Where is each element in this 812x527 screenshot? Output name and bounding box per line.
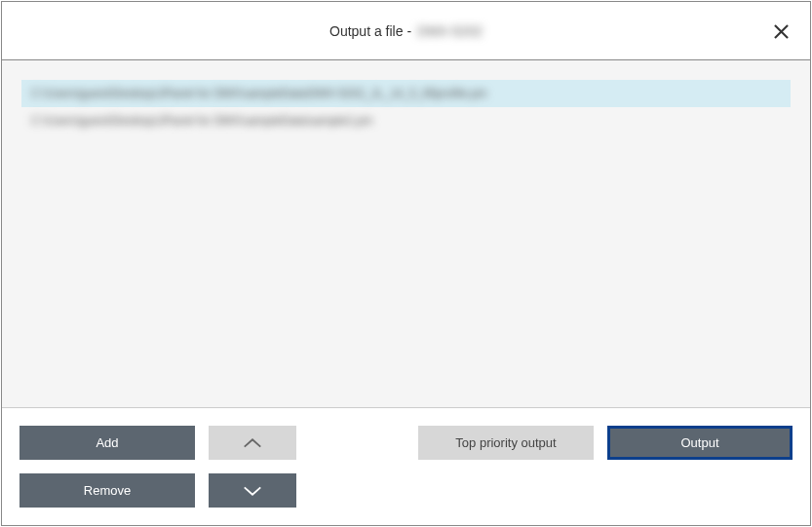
output-button-highlight: Output [607,426,793,460]
top-priority-label: Top priority output [455,435,556,450]
title-prefix: Output a file - [329,23,411,39]
titlebar: Output a file - DMX-5202 [2,2,810,60]
list-item-path: C:\Users\guest\Desktop\JPanel for DMX\sa… [31,87,487,100]
add-button[interactable]: Add [19,426,195,460]
close-button[interactable] [765,16,796,47]
remove-button-label: Remove [84,483,131,498]
close-icon [774,24,789,39]
output-button[interactable]: Output [610,429,790,457]
output-file-dialog: Output a file - DMX-5202 C:\Users\guest\… [1,1,811,526]
move-down-button[interactable] [209,473,296,508]
top-priority-output-button[interactable]: Top priority output [418,426,594,460]
output-button-label: Output [680,435,718,450]
dialog-title: Output a file - DMX-5202 [329,23,483,39]
list-item-path: C:\Users\guest\Desktop\JPanel for DMX\sa… [31,114,372,128]
chevron-up-icon [242,437,263,449]
list-item[interactable]: C:\Users\guest\Desktop\JPanel for DMX\sa… [21,80,791,107]
list-item[interactable]: C:\Users\guest\Desktop\JPanel for DMX\sa… [21,107,791,134]
footer-controls: Add Top priority output Output Remove [2,407,810,525]
add-button-label: Add [96,435,118,450]
chevron-down-icon [242,485,263,497]
spacer [310,426,405,460]
title-suffix: DMX-5202 [417,23,483,39]
move-up-button[interactable] [209,426,296,460]
remove-button[interactable]: Remove [19,473,195,508]
file-list-area: C:\Users\guest\Desktop\JPanel for DMX\sa… [2,60,810,407]
